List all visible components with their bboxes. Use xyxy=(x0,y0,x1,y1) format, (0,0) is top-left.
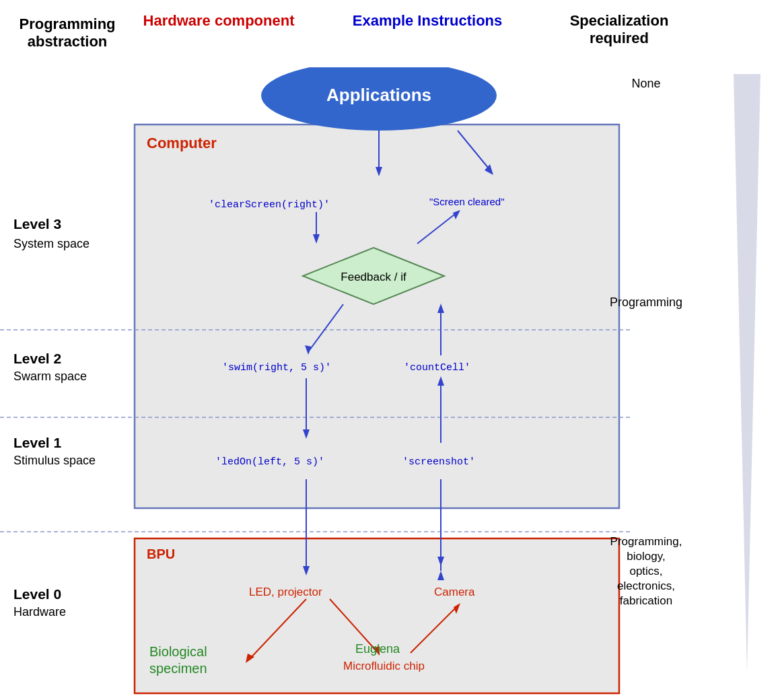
main-diagram: Applications Feedback / if xyxy=(0,67,780,700)
specialization-triangle xyxy=(734,74,760,673)
spec-programming: Programming xyxy=(610,295,682,309)
spec-complex: Programming, xyxy=(610,535,682,548)
spec-complex5: fabrication xyxy=(620,594,672,607)
swim-label: 'swim(right, 5 s)' xyxy=(222,362,331,374)
spec-complex4: electronics, xyxy=(617,580,675,592)
level1-num: Level 1 xyxy=(13,435,62,450)
ledon-label: 'ledOn(left, 5 s)' xyxy=(215,456,324,468)
applications-label: Applications xyxy=(326,85,431,105)
clearscreen-label: 'clearScreen(right)' xyxy=(209,199,330,211)
screenshot-label: 'screenshot' xyxy=(402,456,475,468)
header-example-instructions: Example Instructions xyxy=(303,12,552,51)
header-hw-component: Hardware component xyxy=(141,12,296,51)
level1-name: Stimulus space xyxy=(13,454,96,467)
bpu-label: BPU xyxy=(147,547,175,561)
biological-specimen-label: Biological xyxy=(149,644,207,659)
euglena-label: Euglena xyxy=(355,642,400,656)
biological-specimen-label2: specimen xyxy=(149,661,207,676)
countcell-label: 'countCell' xyxy=(404,362,470,374)
level3-name: System space xyxy=(13,237,90,250)
level2-num: Level 2 xyxy=(13,351,61,366)
camera-label: Camera xyxy=(434,586,475,598)
spec-none: None xyxy=(631,77,660,90)
level3-num: Level 3 xyxy=(13,216,61,232)
level0-num: Level 0 xyxy=(13,586,61,602)
spec-complex3: optics, xyxy=(629,565,662,578)
header-prog-abstraction: Programming abstraction xyxy=(0,12,135,51)
microfluidic-label: Microfluidic chip xyxy=(343,660,425,672)
header-specialization: Specialization required xyxy=(552,12,686,51)
feedback-label: Feedback / if xyxy=(341,271,406,283)
computer-label: Computer xyxy=(147,135,217,151)
level0-name: Hardware xyxy=(13,605,66,619)
level2-name: Swarm space xyxy=(13,370,87,383)
spec-complex2: biology, xyxy=(627,550,665,563)
computer-box xyxy=(135,125,619,508)
screencleard-label: "Screen cleared" xyxy=(429,196,505,207)
led-projector-label: LED, projector xyxy=(249,586,322,598)
